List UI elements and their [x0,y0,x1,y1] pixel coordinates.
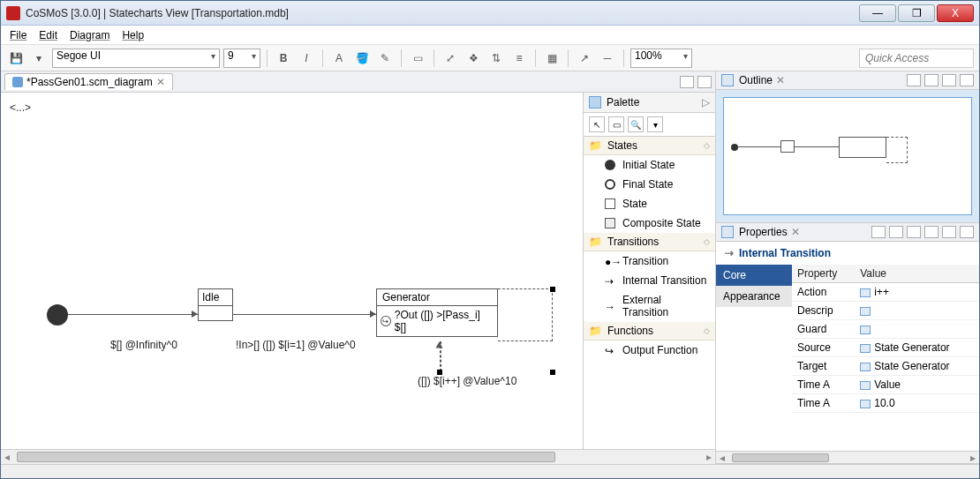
properties-title: Properties [739,226,788,238]
router-button[interactable]: ↗ [575,49,594,68]
line-color-button[interactable]: ✎ [375,49,395,68]
copy-appearance-button[interactable]: ▭ [408,49,427,68]
palette-item-composite-state[interactable]: Composite State [584,213,715,233]
font-combo[interactable]: Segoe UI [52,49,220,68]
maximize-button[interactable]: ❐ [898,4,935,22]
properties-categories-button[interactable] [889,226,903,238]
palette-item-final-state[interactable]: Final State [584,175,715,194]
properties-menu-button[interactable] [924,226,939,238]
menu-help[interactable]: Help [122,29,144,41]
zoom-combo[interactable]: 100% [630,49,692,68]
grid-button[interactable]: ▦ [542,49,562,68]
menu-file[interactable]: File [10,29,26,41]
palette-zoom-tool[interactable]: 🔍 [628,116,644,132]
properties-pin-button[interactable] [871,226,886,238]
maximize-view-button[interactable] [697,76,712,88]
align-button[interactable]: ≡ [509,49,529,68]
diagram-canvas[interactable]: <...> $[] @Infinity^0 Idle !In>[] ([]) $… [1,93,715,449]
outline-minimize-button[interactable] [942,74,956,86]
arrange-button[interactable]: ⇅ [486,49,506,68]
italic-button[interactable]: I [297,49,316,68]
properties-minimize-button[interactable] [942,226,956,238]
palette-category-states[interactable]: 📁States◇ [584,137,715,155]
palette-note-tool[interactable]: ▾ [647,116,663,132]
minimize-view-button[interactable] [680,76,694,88]
font-size-combo[interactable]: 9 [223,49,260,68]
property-row: Actioni++ [792,283,979,302]
properties-maximize-button[interactable] [960,226,974,238]
outline-mode-2-button[interactable] [924,74,939,86]
idle-state-label: Idle [199,289,232,306]
palette-item-output-function[interactable]: ↪Output Function [584,341,715,360]
property-row: Guard [792,320,979,339]
editor-tabbar: *PassGen01.scm_diagram ✕ [1,71,715,93]
outline-mode-1-button[interactable] [907,74,921,86]
properties-category-appearance[interactable]: Appearance [716,286,792,307]
palette-marquee-tool[interactable]: ▭ [608,116,624,132]
palette-pointer-tool[interactable]: ↖ [589,116,605,132]
output-expression: ?Out ([]) >[Pass_i] $[] [395,309,494,333]
fill-color-button[interactable]: 🪣 [352,49,372,68]
outline-title: Outline [739,74,773,86]
properties-advanced-button[interactable] [907,226,921,238]
transition-label-1: $[] @Infinity^0 [110,339,177,351]
transition-label-3: ([]) $[i++] @Value^10 [418,375,516,387]
palette-item-state[interactable]: State [584,194,715,213]
outline-panel: Outline ✕ [716,71,979,223]
menu-diagram[interactable]: Diagram [70,29,109,41]
palette-item-transition[interactable]: ●→Transition [584,251,715,271]
auto-size-button[interactable]: ⤢ [441,49,460,68]
palette-item-external-transition[interactable]: →External Transition [584,290,715,322]
quick-access-input[interactable] [859,49,974,68]
property-row: Time A10.0 [792,394,979,413]
property-row: SourceState Generator [792,339,979,357]
property-row: TargetState Generator [792,357,979,376]
transition-edge-1[interactable] [68,314,198,315]
menu-bar: File Edit Diagram Help [1,26,979,45]
outline-maximize-button[interactable] [960,74,974,86]
close-tab-icon[interactable]: ✕ [156,76,165,88]
bold-button[interactable]: B [274,49,293,68]
outline-thumbnail[interactable] [716,90,979,222]
properties-table: PropertyValue Actioni++ Descrip Guard So… [792,265,979,451]
window-title: CoSMoS [3.0.0] | Statecharts View [Trans… [26,7,859,19]
palette-panel: Palette ▷ ↖ ▭ 🔍 ▾ 📁States◇ Initial State… [583,93,715,449]
close-button[interactable]: X [937,4,974,22]
editor-tab-label: *PassGen01.scm_diagram [26,76,153,88]
properties-horizontal-scrollbar[interactable]: ◂ ▸ [716,451,979,463]
properties-panel: Properties ✕ ⇢ Internal Transition Core [716,223,979,464]
palette-category-functions[interactable]: 📁Functions◇ [584,322,715,341]
properties-category-core[interactable]: Core [716,265,792,286]
palette-icon [589,96,601,109]
col-property[interactable]: Property [792,265,855,283]
properties-close-icon[interactable]: ✕ [791,226,800,238]
property-row: Descrip [792,302,979,320]
select-button[interactable]: ❖ [464,49,483,68]
col-value[interactable]: Value [855,265,979,283]
font-color-button[interactable]: A [329,49,349,68]
editor-horizontal-scrollbar[interactable]: ◂ ▸ [1,449,715,464]
minimize-button[interactable]: — [859,4,896,22]
generator-state-label: Generator [377,289,497,306]
new-button[interactable]: ▾ [29,49,49,68]
generator-state-node[interactable]: Generator ↪ ?Out ([]) >[Pass_i] $[] [376,288,498,337]
palette-item-internal-transition[interactable]: ⇢Internal Transition [584,271,715,290]
status-bar [1,464,979,479]
breadcrumb[interactable]: <...> [10,101,31,114]
editor-tab[interactable]: *PassGen01.scm_diagram ✕ [4,73,173,90]
palette-item-initial-state[interactable]: Initial State [584,155,715,175]
idle-state-node[interactable]: Idle [198,288,233,321]
line-style-button[interactable]: ─ [598,49,617,68]
palette-collapse-icon[interactable]: ▷ [702,96,710,109]
properties-icon [721,226,734,238]
outline-close-icon[interactable]: ✕ [776,74,785,86]
initial-state-node[interactable] [47,304,68,326]
internal-transition-selection[interactable] [498,288,553,341]
palette-category-transitions[interactable]: 📁Transitions◇ [584,233,715,251]
property-row: Time AValue [792,376,979,394]
transition-edge-2[interactable] [233,314,376,315]
menu-edit[interactable]: Edit [39,29,57,41]
save-button[interactable]: 💾 [6,49,26,68]
app-icon [6,6,20,20]
outline-icon [721,74,734,86]
